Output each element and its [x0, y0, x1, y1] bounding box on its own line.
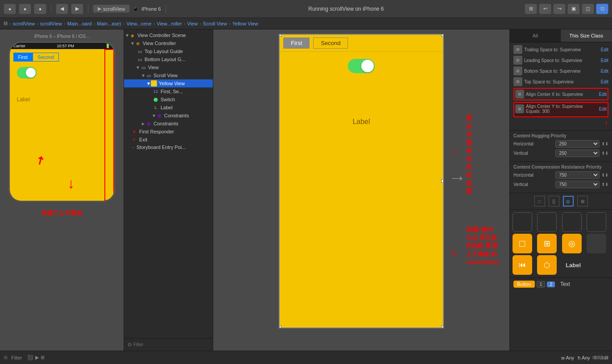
- label-icon: L: [153, 104, 159, 111]
- tab-size-class[interactable]: This Size Class: [561, 29, 612, 42]
- nav-item-constraints-outer[interactable]: ▶ ⊞ Constraints: [124, 120, 213, 128]
- compression-title: Content Compression Resistance Priority: [513, 165, 608, 170]
- compression-v-select[interactable]: 750: [555, 181, 600, 188]
- sep1: [51, 4, 51, 13]
- icon-table[interactable]: ⊞: [537, 234, 557, 253]
- panel-btn1[interactable]: ▣: [567, 4, 580, 14]
- constraint-trailing-edit[interactable]: Edit: [601, 47, 608, 52]
- type-object-icon[interactable]: ◎: [563, 196, 574, 207]
- nav-item-scroll[interactable]: ▶ ▭ Scroll View: [124, 71, 213, 79]
- iphone-switch[interactable]: [17, 67, 37, 79]
- bc-main-base[interactable]: Main...ase): [97, 21, 121, 26]
- minimize-btn[interactable]: ●: [19, 4, 31, 14]
- nav-label-vc: View Controller: [143, 41, 176, 46]
- btn-num-1[interactable]: 1: [537, 281, 546, 288]
- panel-btn2[interactable]: ◫: [582, 4, 594, 14]
- nav-item-view[interactable]: ▶ ▭ View: [124, 63, 213, 71]
- close-btn[interactable]: ●: [4, 4, 16, 14]
- scene-icon: ◈: [129, 32, 136, 38]
- type-file-icon[interactable]: □: [534, 196, 545, 207]
- nav-item-responder[interactable]: ★ First Responder: [124, 128, 213, 136]
- bc-yellow-view[interactable]: Yellow View: [232, 21, 258, 26]
- hugging-v-select[interactable]: 250: [555, 149, 600, 157]
- icon-circle-view[interactable]: ◎: [562, 234, 582, 253]
- nav-icon: ⊟: [4, 21, 8, 26]
- hugging-h-select[interactable]: 250: [555, 140, 600, 148]
- tab-all[interactable]: All: [510, 29, 561, 42]
- hugging-h-stepper[interactable]: ⬆⬇: [601, 141, 608, 146]
- type-media-icon[interactable]: ⊞: [577, 196, 588, 207]
- btn-button-type[interactable]: Button: [513, 281, 535, 288]
- icon-grid: □ ⊞ ◎ ⏮ ⬡ Label: [510, 210, 612, 277]
- handle-mr: [441, 179, 444, 183]
- constraint-cx-edit[interactable]: Edit: [599, 92, 607, 97]
- storyboard-scene[interactable]: First Second Label: [279, 34, 444, 328]
- scene-seg-second[interactable]: Second: [313, 37, 348, 49]
- bottom-icon2[interactable]: ▶: [35, 355, 39, 360]
- filter-input[interactable]: [133, 342, 209, 347]
- nav-item-constraints-inner[interactable]: ▶ ⊞ Constraints: [124, 112, 213, 120]
- icon-rewind[interactable]: ⏮: [513, 255, 532, 275]
- constraints-section: ⊞ Trailing Space to: Superview Edit ⊞ Le…: [510, 42, 612, 131]
- seg-second-btn[interactable]: Second: [33, 53, 59, 62]
- constraint-leading-edit[interactable]: Edit: [601, 58, 608, 63]
- hugging-vertical: Vertical 250 ⬆⬇: [513, 149, 608, 157]
- device-name: iPhone 6: [141, 6, 161, 12]
- bc-scroll-view[interactable]: Scroll View: [203, 21, 227, 26]
- compression-v-stepper[interactable]: ⬆⬇: [601, 182, 608, 187]
- compression-h-select[interactable]: 750: [555, 171, 600, 179]
- responder-icon: ★: [131, 128, 137, 135]
- time-label: 10:57 PM: [57, 44, 74, 48]
- bc-view-scene[interactable]: View...cene: [126, 21, 151, 26]
- type-code-icon[interactable]: {}: [549, 196, 559, 207]
- constraint-cy-edit[interactable]: Edit: [599, 107, 607, 112]
- hugging-v-stepper[interactable]: ⬆⬇: [601, 151, 608, 156]
- layout-btn2[interactable]: ↩: [539, 4, 551, 14]
- nav-item-label[interactable]: L Label: [124, 103, 213, 112]
- constraint-cx-label: Align Center X to: Superview: [526, 92, 597, 97]
- bc-main-storyboard[interactable]: Main...oard: [67, 21, 92, 26]
- btn-num-2[interactable]: 2: [547, 281, 555, 287]
- nav-label-scene: View Controller Scene: [137, 33, 186, 38]
- nav-item-switch[interactable]: ⬤ Switch: [124, 95, 213, 103]
- icon-empty5: [587, 234, 606, 253]
- bottom-icon3[interactable]: ⊞: [41, 355, 45, 360]
- nav-item-top-layout[interactable]: ▭ Top Layout Guide: [124, 47, 213, 55]
- bc-view-controller[interactable]: View...roller: [157, 21, 182, 26]
- bc-scrollview[interactable]: scrollView: [13, 21, 35, 26]
- fullscreen-btn[interactable]: ●: [34, 4, 46, 14]
- nav-label-constraints-inner: Constraints: [164, 113, 189, 118]
- forward-btn[interactable]: ▶: [71, 4, 83, 14]
- constraint-cy-label: Align Center Y to: SuperviewEquals: 300: [526, 104, 597, 114]
- layout-btn3[interactable]: ↪: [553, 4, 566, 14]
- scene-seg-first[interactable]: First: [283, 37, 310, 49]
- nav-item-bottom-layout[interactable]: ▭ Bottom Layout G...: [124, 55, 213, 63]
- nav-item-vc[interactable]: ▶ ⊕ View Controller: [124, 39, 213, 47]
- layout-btn1[interactable]: ⊞: [525, 4, 537, 14]
- nav-label-switch: Switch: [161, 97, 175, 102]
- scene-switch[interactable]: [348, 59, 375, 73]
- bottom-icon1[interactable]: ⬛: [27, 355, 33, 360]
- run-button[interactable]: ▶ scrollView: [93, 4, 130, 13]
- icon-empty4: [587, 212, 606, 232]
- icon-label-cell: Label: [562, 255, 585, 275]
- icon-view-ctrl[interactable]: □: [513, 234, 532, 253]
- back-btn[interactable]: ◀: [56, 4, 68, 14]
- inspector-btn[interactable]: ⊡: [596, 4, 608, 14]
- nav-item-yellow[interactable]: ▶ □ Yellow View: [124, 79, 213, 87]
- nav-item-first[interactable]: 12 First, Se...: [124, 87, 213, 95]
- nav-item-entry[interactable]: → Storyboard Entry Poi...: [124, 144, 213, 151]
- constraint-top-edit[interactable]: Edit: [601, 79, 608, 84]
- expand-icon-vc: ▶: [131, 42, 135, 45]
- nav-item-scene[interactable]: ▶ ◈ View Controller Scene: [124, 31, 213, 39]
- constraint-bottom-edit[interactable]: Edit: [601, 69, 608, 74]
- hugging-horizontal: Horizontal 250 ⬆⬇: [513, 140, 608, 148]
- nav-item-exit[interactable]: ✕ Exit: [124, 136, 213, 144]
- bc-view[interactable]: View: [187, 21, 198, 26]
- seg-first-btn[interactable]: First: [13, 53, 33, 62]
- compression-h-stepper[interactable]: ⬆⬇: [601, 173, 608, 178]
- down-arrow: ↓: [68, 175, 75, 192]
- bc-scrollview2[interactable]: scrollView: [40, 21, 62, 26]
- nav-label-constraints-outer: Constraints: [153, 121, 178, 126]
- icon-cube[interactable]: ⬡: [537, 255, 557, 275]
